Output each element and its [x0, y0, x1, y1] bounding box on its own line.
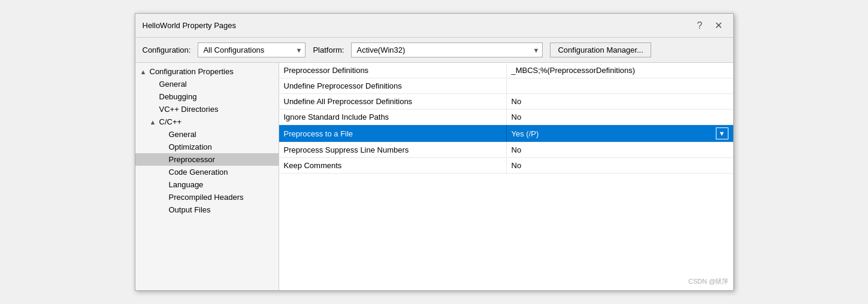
sidebar-label-general: General	[159, 80, 187, 89]
sidebar-label-vc-directories: VC++ Directories	[159, 105, 219, 114]
property-row-keep-comments[interactable]: Keep CommentsNo	[279, 158, 733, 174]
property-row-suppress-line[interactable]: Preprocess Suppress Line NumbersNo	[279, 142, 733, 158]
property-row-preprocessor-defs[interactable]: Preprocessor Definitions_MBCS;%(Preproce…	[279, 63, 733, 78]
platform-dropdown[interactable]: Active(Win32)	[351, 42, 543, 57]
property-value-text-preprocess-file: Yes (/P)	[512, 129, 539, 138]
close-button[interactable]: ✕	[711, 19, 726, 32]
property-name-keep-comments: Keep Comments	[279, 158, 507, 173]
config-label: Configuration:	[143, 45, 191, 54]
config-dropdown-container: All Configurations ▼	[198, 42, 306, 57]
config-manager-button[interactable]: Configuration Manager...	[550, 42, 651, 57]
platform-label: Platform:	[313, 45, 344, 54]
sidebar-tree: ▲Configuration PropertiesGeneralDebuggin…	[135, 63, 279, 290]
property-row-ignore-standard[interactable]: Ignore Standard Include PathsNo	[279, 110, 733, 125]
config-dropdown[interactable]: All Configurations	[198, 42, 306, 57]
platform-dropdown-container: Active(Win32) ▼	[351, 42, 543, 57]
sidebar-item-general[interactable]: General	[135, 78, 279, 90]
toolbar: Configuration: All Configurations ▼ Plat…	[135, 38, 733, 63]
dialog-title: HelloWorld Property Pages	[143, 21, 237, 30]
expand-icon-config-properties: ▲	[140, 68, 147, 75]
property-name-preprocess-file: Preprocess to a File	[279, 125, 507, 142]
sidebar-label-code-generation: Code Generation	[169, 168, 228, 177]
property-name-suppress-line: Preprocess Suppress Line Numbers	[279, 142, 507, 157]
sidebar-label-cpp: C/C++	[159, 117, 182, 126]
sidebar-item-vc-directories[interactable]: VC++ Directories	[135, 103, 279, 115]
sidebar-item-output-files[interactable]: Output Files	[135, 203, 279, 216]
property-value-ignore-standard: No	[507, 110, 733, 124]
property-row-undefine-all[interactable]: Undefine All Preprocessor DefinitionsNo	[279, 94, 733, 110]
sidebar-label-optimization: Optimization	[169, 142, 212, 151]
sidebar-label-config-properties: Configuration Properties	[150, 67, 234, 76]
sidebar-label-debugging: Debugging	[159, 92, 197, 101]
main-content: ▲Configuration PropertiesGeneralDebuggin…	[135, 63, 733, 290]
property-value-text-undefine-all: No	[512, 97, 522, 106]
property-grid: Preprocessor Definitions_MBCS;%(Preproce…	[279, 63, 733, 290]
help-button[interactable]: ?	[694, 19, 706, 32]
property-value-text-ignore-standard: No	[512, 113, 522, 121]
sidebar-item-cpp[interactable]: ▲C/C++	[135, 115, 279, 128]
property-value-text-suppress-line: No	[512, 145, 522, 154]
value-dropdown-btn-preprocess-file[interactable]: ▼	[716, 127, 728, 139]
sidebar-item-optimization[interactable]: Optimization	[135, 141, 279, 153]
title-bar-controls: ? ✕	[694, 19, 726, 32]
property-pages-dialog: HelloWorld Property Pages ? ✕ Configurat…	[135, 13, 734, 291]
watermark: CSDN @狱萍	[688, 277, 728, 286]
sidebar-label-precompiled-headers: Precompiled Headers	[169, 193, 244, 202]
sidebar-label-output-files: Output Files	[169, 205, 211, 214]
sidebar-item-preprocessor[interactable]: Preprocessor	[135, 153, 279, 166]
sidebar-item-general-cpp[interactable]: General	[135, 128, 279, 141]
sidebar-label-language: Language	[169, 180, 204, 189]
property-value-keep-comments: No	[507, 158, 733, 173]
property-name-ignore-standard: Ignore Standard Include Paths	[279, 110, 507, 124]
sidebar-label-preprocessor: Preprocessor	[169, 155, 215, 164]
expand-icon-cpp: ▲	[150, 118, 157, 126]
property-value-undefine-preprocessor	[507, 78, 733, 93]
property-value-suppress-line: No	[507, 142, 733, 157]
sidebar-item-debugging[interactable]: Debugging	[135, 90, 279, 103]
property-row-undefine-preprocessor[interactable]: Undefine Preprocessor Definitions	[279, 78, 733, 94]
title-bar: HelloWorld Property Pages ? ✕	[135, 14, 733, 38]
property-value-text-keep-comments: No	[512, 161, 522, 170]
property-name-undefine-preprocessor: Undefine Preprocessor Definitions	[279, 78, 507, 93]
property-value-preprocessor-defs: _MBCS;%(PreprocessorDefinitions)	[507, 63, 733, 78]
property-name-preprocessor-defs: Preprocessor Definitions	[279, 63, 507, 78]
property-row-preprocess-file[interactable]: Preprocess to a FileYes (/P)▼	[279, 125, 733, 142]
sidebar-item-precompiled-headers[interactable]: Precompiled Headers	[135, 191, 279, 203]
property-value-preprocess-file: Yes (/P)▼	[507, 125, 733, 142]
property-value-text-preprocessor-defs: _MBCS;%(PreprocessorDefinitions)	[512, 66, 636, 75]
sidebar-item-code-generation[interactable]: Code Generation	[135, 166, 279, 178]
property-value-undefine-all: No	[507, 94, 733, 109]
property-name-undefine-all: Undefine All Preprocessor Definitions	[279, 94, 507, 109]
sidebar-item-config-properties[interactable]: ▲Configuration Properties	[135, 65, 279, 78]
sidebar-item-language[interactable]: Language	[135, 178, 279, 191]
sidebar-label-general-cpp: General	[169, 130, 196, 139]
